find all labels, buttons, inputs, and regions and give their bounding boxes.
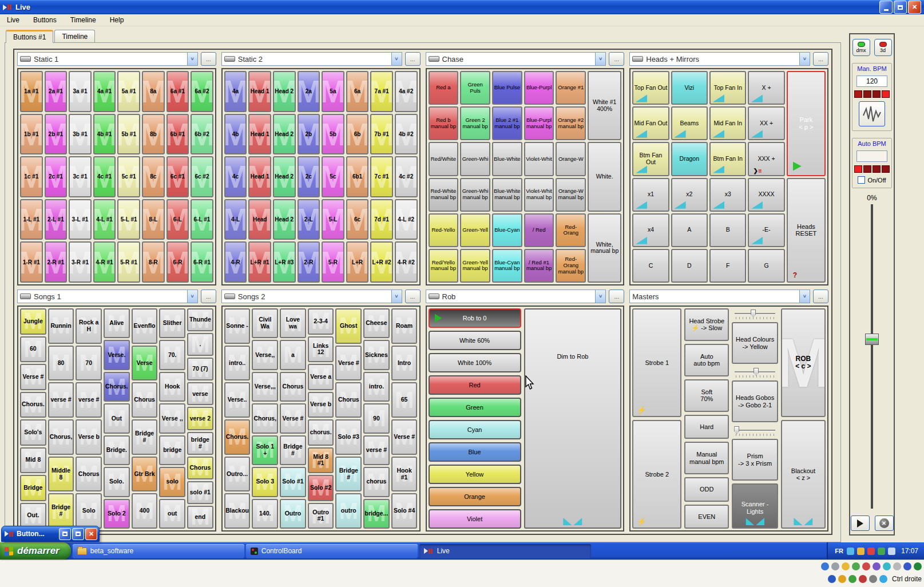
song-button[interactable]: MMiddle 8 bbox=[48, 457, 74, 492]
song-button[interactable]: MOut bbox=[104, 403, 130, 433]
song-button[interactable]: M70 (7) bbox=[187, 358, 213, 380]
song-button[interactable]: MChorus, bbox=[48, 419, 74, 455]
chase-button[interactable]: Red-Orang bbox=[556, 213, 586, 247]
heads-options-button[interactable]: ... bbox=[813, 52, 828, 66]
song-button[interactable]: MVerse.. bbox=[224, 382, 251, 418]
song-button[interactable]: MLove wa bbox=[280, 308, 306, 338]
indicator-icon[interactable] bbox=[842, 562, 850, 570]
chase-button[interactable]: Red/Yello manual bp bbox=[429, 249, 459, 283]
taskbar-item-controlboard[interactable]: ControlBoard bbox=[246, 544, 418, 558]
song-button[interactable]: MVerse # bbox=[335, 346, 362, 381]
chase-button[interactable]: Green Puls bbox=[460, 71, 490, 105]
static1-button[interactable]: M2-R #1 bbox=[45, 241, 68, 283]
static2-button[interactable]: M4b bbox=[224, 114, 247, 155]
static2-button[interactable]: MHead bbox=[248, 199, 271, 240]
strobe-button[interactable]: Strobe 1⚡ bbox=[632, 308, 681, 417]
static1-button[interactable]: M5-L #1 bbox=[117, 199, 140, 240]
song-button[interactable]: MVerse bbox=[132, 346, 158, 381]
tray-icon[interactable] bbox=[857, 548, 864, 555]
tap-tempo-button[interactable] bbox=[859, 101, 885, 126]
song-button[interactable]: MVerse,,, bbox=[252, 372, 278, 402]
heads-button[interactable]: Beams bbox=[671, 106, 708, 140]
song-button[interactable]: MOutro... bbox=[224, 457, 251, 492]
song-button[interactable]: MChorus. bbox=[224, 419, 251, 455]
static2-button[interactable]: MHead 2 bbox=[273, 114, 296, 155]
indicator-icon[interactable] bbox=[883, 562, 891, 570]
rob-preset-combo[interactable]: Rob˅ bbox=[426, 289, 606, 303]
tab-timeline[interactable]: Timeline bbox=[54, 30, 95, 43]
chase-button[interactable]: Blue Pulse bbox=[492, 71, 522, 105]
song-button[interactable]: MBlackou bbox=[224, 493, 251, 529]
song-button[interactable]: M80 bbox=[48, 346, 74, 381]
song-button[interactable]: M70. bbox=[159, 340, 185, 370]
song-button[interactable]: MVerse. bbox=[104, 340, 130, 370]
fader-thumb[interactable] bbox=[865, 334, 879, 345]
static2-button[interactable]: M5-L bbox=[322, 199, 344, 240]
static1-button[interactable]: M4a #1 bbox=[93, 71, 116, 112]
song-button[interactable]: MChorus. bbox=[20, 392, 46, 418]
songs2-preset-combo[interactable]: Songs 2˅ bbox=[221, 289, 402, 303]
indicator-icon[interactable] bbox=[879, 575, 887, 583]
song-button[interactable]: MVerse # bbox=[280, 403, 306, 433]
static1-preset-combo[interactable]: Static 1˅ bbox=[17, 52, 198, 66]
chase-button[interactable]: Orange-W manual bp bbox=[556, 178, 586, 212]
song-button[interactable]: Msolo #1 bbox=[187, 481, 213, 504]
chase-button[interactable]: Blue-White bbox=[492, 142, 522, 176]
song-button[interactable]: Ma bbox=[280, 340, 306, 370]
static1-button[interactable]: M8b bbox=[142, 114, 165, 155]
song-button[interactable]: MBridge. bbox=[104, 435, 130, 465]
song-button[interactable]: M65 bbox=[391, 382, 418, 418]
static2-button[interactable]: MHead 1 bbox=[248, 71, 271, 112]
indicator-icon[interactable] bbox=[859, 575, 867, 583]
static1-button[interactable]: M1a #1 bbox=[20, 71, 43, 112]
heads-button[interactable]: XX + bbox=[748, 106, 784, 140]
auto-bpm-input[interactable] bbox=[856, 150, 887, 162]
chase-button[interactable]: Red-Yello bbox=[429, 213, 459, 247]
song-button[interactable]: MVerse ,, bbox=[159, 403, 185, 433]
strobe-button[interactable]: Strobe 2⚡ bbox=[632, 420, 681, 529]
song-button[interactable]: MMid 8 bbox=[20, 447, 46, 474]
static2-button[interactable]: M6c bbox=[346, 199, 369, 240]
heads-button[interactable]: Dragon bbox=[671, 142, 708, 176]
indicator-icon[interactable] bbox=[821, 562, 829, 570]
static2-button[interactable]: M4a #2 bbox=[395, 71, 418, 112]
song-button[interactable]: Mverse # bbox=[76, 382, 102, 418]
static1-button[interactable]: M1b #1 bbox=[20, 114, 43, 155]
static1-button[interactable]: M2b #1 bbox=[45, 114, 68, 155]
song-button[interactable]: MBridge # bbox=[335, 457, 362, 492]
songs2-options-button[interactable]: ... bbox=[405, 289, 421, 303]
chase-button[interactable]: Violet-Whit manual bp bbox=[524, 178, 554, 212]
play-button[interactable] bbox=[851, 515, 870, 531]
chase-button[interactable]: Blue-Cyan bbox=[492, 213, 522, 247]
rob-options-button[interactable]: ... bbox=[609, 289, 624, 303]
chase-button[interactable]: Blue-Purpl bbox=[524, 71, 554, 105]
chase-button[interactable]: Green-Whi manual bp bbox=[460, 178, 490, 212]
song-button[interactable]: MRunnin bbox=[48, 308, 74, 344]
song-button[interactable]: MChorus bbox=[280, 372, 306, 402]
song-button[interactable]: MLinks 12 bbox=[308, 336, 334, 363]
static2-button[interactable]: MHead 2 bbox=[273, 199, 296, 240]
song-button[interactable]: MBridge # bbox=[280, 435, 306, 465]
menu-timeline[interactable]: Timeline bbox=[70, 16, 96, 24]
heads-button[interactable]: x4 bbox=[632, 213, 669, 247]
static2-button[interactable]: M7c #1 bbox=[370, 156, 393, 197]
song-button[interactable]: MVerse,, bbox=[252, 340, 278, 370]
static1-button[interactable]: M4b #1 bbox=[93, 114, 116, 155]
chevron-down-icon[interactable]: ˅ bbox=[391, 290, 402, 303]
static2-button[interactable]: M4-R #2 bbox=[395, 241, 418, 283]
static1-options-button[interactable]: ... bbox=[201, 52, 216, 66]
heads-button[interactable]: Mid Fan Out bbox=[632, 106, 669, 140]
heads-button[interactable]: x2 bbox=[671, 178, 708, 212]
heads-preset-combo[interactable]: Heads + Mirrors˅ bbox=[629, 52, 810, 66]
indicator-icon[interactable] bbox=[903, 562, 911, 570]
chase-button[interactable]: Red-White manual bp bbox=[429, 178, 459, 212]
song-button[interactable]: MSolo #3 bbox=[335, 419, 362, 455]
song-button[interactable]: MJungle bbox=[20, 308, 46, 335]
master-assign-button[interactable]: Head Colours -> Yellow bbox=[732, 322, 778, 364]
song-button[interactable]: M. bbox=[187, 333, 213, 356]
song-button[interactable]: MSolo #4 bbox=[391, 493, 418, 529]
static2-button[interactable]: ML+R bbox=[346, 241, 369, 283]
song-button[interactable]: Mbridge # bbox=[187, 432, 213, 455]
static2-button[interactable]: M7a #1 bbox=[370, 71, 393, 112]
horizontal-slider[interactable] bbox=[735, 367, 775, 377]
